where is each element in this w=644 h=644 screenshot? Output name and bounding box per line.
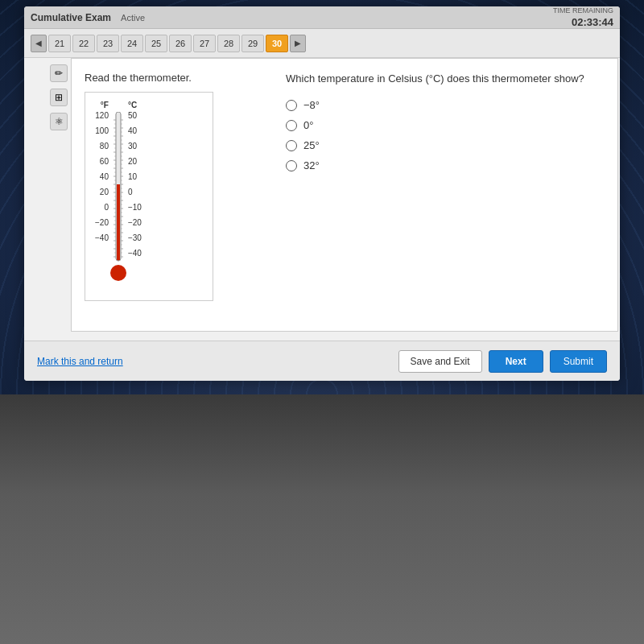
nav-num-26[interactable]: 26 bbox=[169, 35, 192, 52]
nav-prev-arrow[interactable]: ◀ bbox=[31, 35, 47, 52]
option-label-2: 0° bbox=[303, 119, 313, 131]
nav-num-23[interactable]: 23 bbox=[97, 35, 119, 52]
answer-option-1[interactable]: −8° bbox=[286, 99, 605, 111]
nav-num-28[interactable]: 28 bbox=[217, 35, 240, 52]
laptop-outer: Cumulative Exam Active TIME REMAINING 02… bbox=[0, 0, 644, 644]
next-button[interactable]: Next bbox=[489, 350, 543, 373]
f-neg20: −20 bbox=[95, 218, 109, 227]
c-neg20: −20 bbox=[128, 218, 142, 227]
answer-option-2[interactable]: 0° bbox=[286, 119, 605, 131]
option-label-3: 25° bbox=[303, 139, 320, 151]
f-neg40: −40 bbox=[95, 233, 109, 242]
svg-point-72 bbox=[110, 265, 126, 281]
c-neg40: −40 bbox=[128, 249, 142, 258]
radio-1[interactable] bbox=[286, 100, 297, 111]
left-section: Read the thermometer. °F 120 100 80 60 bbox=[85, 72, 262, 318]
nav-num-25[interactable]: 25 bbox=[145, 35, 167, 52]
nav-num-27[interactable]: 27 bbox=[193, 35, 216, 52]
pencil-icon[interactable]: ✏ bbox=[50, 64, 68, 82]
question-text: Which temperature in Celsius (°C) does t… bbox=[286, 72, 605, 86]
f-100: 100 bbox=[95, 126, 109, 135]
laptop-body: hp f1★ f2✳ f3🔅 f4🔆 f5⊗ f6🔇 f7🔈 f8🔊 f9⊠ f… bbox=[0, 394, 644, 644]
answer-option-4[interactable]: 32° bbox=[286, 159, 605, 171]
c-0: 0 bbox=[128, 188, 133, 196]
nav-num-21[interactable]: 21 bbox=[48, 35, 71, 52]
read-instruction: Read the thermometer. bbox=[85, 72, 262, 84]
f-60: 60 bbox=[100, 157, 109, 166]
option-label-1: −8° bbox=[303, 99, 320, 111]
nav-num-24[interactable]: 24 bbox=[121, 35, 143, 52]
save-exit-button[interactable]: Save and Exit bbox=[398, 350, 482, 373]
c-label: °C bbox=[128, 101, 137, 109]
thermometer-svg bbox=[110, 112, 126, 292]
c-10: 10 bbox=[128, 172, 137, 181]
exam-title: Cumulative Exam bbox=[31, 12, 111, 23]
quiz-window: Cumulative Exam Active TIME REMAINING 02… bbox=[24, 6, 620, 381]
f-0: 0 bbox=[104, 203, 109, 212]
bottom-bar: Mark this and return Save and Exit Next … bbox=[24, 341, 620, 381]
radio-4[interactable] bbox=[286, 160, 297, 171]
nav-num-22[interactable]: 22 bbox=[72, 35, 95, 52]
submit-button[interactable]: Submit bbox=[550, 350, 607, 373]
bottom-buttons: Save and Exit Next Submit bbox=[398, 350, 607, 373]
thermometer-container: °F 120 100 80 60 40 20 0 −20 −40 bbox=[85, 92, 213, 301]
time-label: TIME REMAINING bbox=[553, 6, 613, 14]
f-20: 20 bbox=[100, 188, 109, 196]
mark-return-link[interactable]: Mark this and return bbox=[37, 356, 123, 367]
nav-num-29[interactable]: 29 bbox=[242, 35, 264, 52]
c-40: 40 bbox=[128, 126, 137, 135]
svg-rect-71 bbox=[117, 184, 120, 261]
time-remaining-block: TIME REMAINING 02:33:44 bbox=[553, 6, 613, 29]
f-label: °F bbox=[101, 101, 109, 109]
nav-num-30[interactable]: 30 bbox=[266, 35, 288, 52]
c-50: 50 bbox=[128, 111, 137, 120]
nav-next-arrow[interactable]: ▶ bbox=[290, 35, 306, 52]
c-neg30: −30 bbox=[128, 233, 142, 242]
screen-area: Cumulative Exam Active TIME REMAINING 02… bbox=[0, 0, 644, 394]
radio-2[interactable] bbox=[286, 120, 297, 131]
main-content: Read the thermometer. °F 120 100 80 60 bbox=[71, 58, 618, 332]
left-icons: ✏ ⊞ ⚛ bbox=[50, 64, 68, 130]
exam-status: Active bbox=[121, 13, 145, 23]
radio-3[interactable] bbox=[286, 140, 297, 151]
c-neg10: −10 bbox=[128, 203, 142, 212]
grid-icon[interactable]: ⊞ bbox=[50, 89, 68, 106]
right-section: Which temperature in Celsius (°C) does t… bbox=[278, 72, 605, 318]
top-bar: Cumulative Exam Active TIME REMAINING 02… bbox=[24, 6, 620, 29]
option-label-4: 32° bbox=[303, 159, 320, 171]
c-20: 20 bbox=[128, 157, 137, 166]
nav-bar: ◀ 21 22 23 24 25 26 27 28 29 30 ▶ bbox=[24, 29, 620, 58]
f-80: 80 bbox=[100, 142, 109, 151]
f-40: 40 bbox=[100, 172, 109, 181]
answer-option-3[interactable]: 25° bbox=[286, 139, 605, 151]
f-120: 120 bbox=[95, 111, 109, 120]
atom-icon[interactable]: ⚛ bbox=[50, 113, 68, 130]
c-30: 30 bbox=[128, 142, 137, 151]
time-value: 02:33:44 bbox=[572, 16, 613, 28]
